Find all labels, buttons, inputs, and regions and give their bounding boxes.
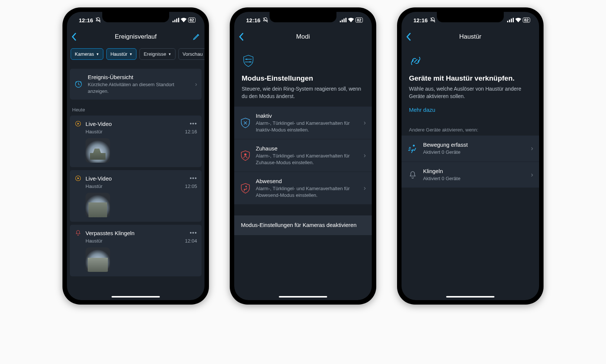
chevron-right-icon: › [195,81,197,88]
motion-icon [407,144,418,153]
nav-bar: Modi [234,28,372,45]
filter-row: Kameras▼ Haustür▼ Ereignisse▼ Vorschau▼ [67,45,204,65]
svg-point-14 [245,186,247,187]
chevron-right-icon: › [364,119,366,127]
mode-away[interactable]: Abwesend Alarm-, Türklingel- und Kamerav… [234,172,372,204]
more-button[interactable]: ••• [190,120,197,127]
caret-down-icon: ▼ [129,52,132,56]
event-time: 12:05 [185,183,197,189]
event-item[interactable]: Verpasstes Klingeln ••• Haustür 12:04 [70,225,202,276]
screen-events: 12:16 82 Ereignisverlauf Kameras▼ Haustü… [67,12,204,300]
shield-person-icon [240,150,251,161]
header-block: Geräte mit Haustür verknüpfen. Wähle aus… [402,45,539,120]
svg-rect-9 [344,19,345,22]
home-indicator[interactable] [112,296,160,298]
filter-chip-door[interactable]: Haustür▼ [106,48,136,60]
shield-run-icon [240,183,251,194]
filter-chip-preview[interactable]: Vorschau▼ [178,48,204,60]
modes-list: Inaktiv Alarm-, Türklingel- und Kamerave… [234,107,372,204]
disable-camera-modes-button[interactable]: Modus-Einstellungen für Kameras deaktivi… [234,215,372,235]
phone-2: 12:16 82 Modi Modus-Ein [230,7,376,305]
heading: Modus-Einstellungen [242,74,364,82]
home-indicator[interactable] [279,296,327,298]
event-title: Live-Video [86,175,186,182]
svg-rect-1 [174,20,175,22]
mode-home[interactable]: Zuhause Alarm-, Türklingel- und Kamerave… [234,139,372,172]
trigger-title: Bewegung erfasst [423,142,526,148]
bell-off-icon [430,17,436,23]
svg-rect-16 [509,20,510,22]
event-time: 12:16 [185,129,197,134]
svg-rect-18 [513,18,514,22]
svg-point-19 [413,144,415,146]
chevron-right-icon: › [531,144,533,152]
wifi-icon [181,18,187,22]
trigger-motion[interactable]: Bewegung erfasst Aktiviert 0 Geräte › [402,136,539,162]
bell-icon [407,170,418,179]
more-button[interactable]: ••• [190,230,197,236]
wifi-icon [348,18,354,22]
event-thumbnail[interactable] [86,247,110,272]
clock-icon [74,80,83,88]
event-device: Haustür [86,183,103,189]
event-thumbnail[interactable] [86,193,110,217]
status-bar: 12:16 82 [402,12,539,28]
screen-linked-devices: 12:16 82 Haustür Geräte mit Haustü [402,12,539,300]
bell-off-icon [262,17,268,23]
battery-level: 82 [523,17,530,23]
filter-chip-cameras[interactable]: Kameras▼ [71,48,103,60]
back-button[interactable] [71,33,83,41]
event-item[interactable]: Live-Video ••• Haustür 12:05 [70,170,202,222]
event-device: Haustür [86,129,103,134]
play-icon [74,120,82,127]
svg-rect-0 [173,21,174,22]
subheading: Wähle aus, welche Auslöser von Haustür a… [409,85,532,100]
shield-x-icon [240,118,251,128]
filter-chip-events[interactable]: Ereignisse▼ [139,48,175,60]
svg-rect-7 [340,21,341,22]
chevron-left-icon [71,33,77,41]
event-item[interactable]: Live-Video ••• Haustür 12:16 [70,116,202,167]
trigger-sub: Aktiviert 0 Geräte [423,175,526,182]
signal-icon [507,18,514,22]
home-indicator[interactable] [446,296,494,298]
modes-icon [242,54,255,68]
more-button[interactable]: ••• [190,175,197,182]
play-icon [74,175,82,182]
back-button[interactable] [239,33,250,41]
trigger-sub: Aktiviert 0 Geräte [423,149,526,156]
mode-desc: Alarm-, Türklingel- und Kameraverhalten … [256,120,358,133]
header-block: Modus-Einstellungen Steuere, wie dein Ri… [234,45,372,107]
status-time: 12:16 [246,17,260,23]
chevron-right-icon: › [364,152,366,159]
wifi-icon [515,18,521,22]
event-title: Live-Video [86,121,186,127]
mode-title: Abwesend [256,178,358,184]
page-title: Modi [234,33,372,40]
edit-button[interactable] [189,33,200,40]
signal-icon [340,18,346,22]
svg-rect-2 [176,19,177,22]
mode-inactive[interactable]: Inaktiv Alarm-, Türklingel- und Kamerave… [234,107,372,139]
mode-title: Zuhause [256,145,358,152]
event-thumbnail[interactable] [86,138,110,163]
today-label: Heute [67,100,204,116]
overview-card[interactable]: Ereignis-Übersicht Kürzliche Aktivitäten… [70,69,202,100]
learn-more-link[interactable]: Mehr dazu [409,107,532,113]
subheading: Steuere, wie dein Ring-System reagieren … [242,85,364,100]
phone-1: 12:16 82 Ereignisverlauf Kameras▼ Haustü… [62,7,209,305]
triggers-list: Bewegung erfasst Aktiviert 0 Geräte › Kl… [402,136,539,188]
overview-title: Ereignis-Übersicht [88,74,191,80]
status-bar: 12:16 82 [234,12,372,28]
page-title: Ereignisverlauf [67,33,204,40]
svg-rect-10 [345,18,346,22]
mode-title: Inaktiv [256,113,358,119]
trigger-ring[interactable]: Klingeln Aktiviert 0 Geräte › [402,162,539,188]
event-title: Verpasstes Klingeln [86,230,186,236]
back-button[interactable] [406,33,417,41]
signal-icon [173,18,179,22]
chevron-left-icon [239,33,244,41]
event-time: 12:04 [185,238,197,244]
chevron-right-icon: › [531,171,533,179]
phone-3: 12:16 82 Haustür Geräte mit Haustü [397,7,544,305]
